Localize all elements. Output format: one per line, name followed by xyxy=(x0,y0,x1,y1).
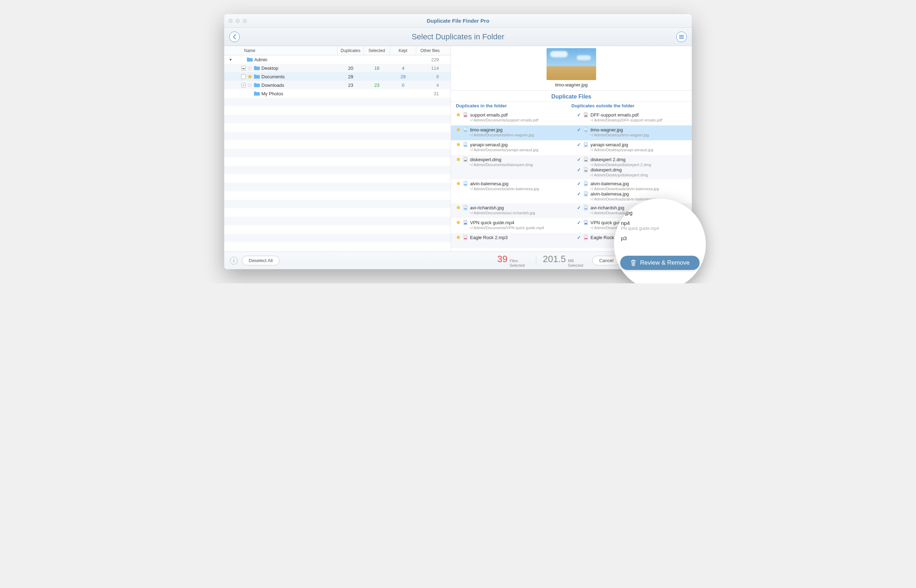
star-icon[interactable] xyxy=(456,112,461,117)
check-icon: ✓ xyxy=(576,205,581,210)
folder-name: Desktop xyxy=(262,66,278,71)
star-icon[interactable] xyxy=(456,220,461,225)
file-name: alvin-balemesa.jpg xyxy=(470,181,508,186)
window-controls xyxy=(228,19,247,23)
file-icon xyxy=(463,127,468,132)
file-icon xyxy=(463,220,468,225)
col-kept[interactable]: Kept xyxy=(390,46,416,55)
folder-row[interactable]: Desktop20164114 xyxy=(224,64,451,72)
trash-icon xyxy=(630,259,637,267)
row-checkbox[interactable] xyxy=(241,83,246,87)
svg-rect-17 xyxy=(585,238,587,239)
file-icon xyxy=(583,234,588,240)
duplicate-row[interactable]: timo-wagner.jpg~/ Admin/Documents/timo-w… xyxy=(451,125,692,140)
magnifier-overlay: n.jpg np4PN quick guide.mp4 p3 Review & … xyxy=(614,199,706,283)
star-icon[interactable] xyxy=(247,66,252,71)
row-checkbox[interactable] xyxy=(241,74,246,79)
duplicate-column-headers: Duplicates in the folder Duplicates outs… xyxy=(451,102,692,110)
duplicate-row[interactable]: diskexpert.dmg~/ Admin/Documents/diskexp… xyxy=(451,155,692,179)
info-button[interactable]: i xyxy=(230,257,237,265)
file-icon xyxy=(583,181,588,186)
svg-rect-3 xyxy=(585,130,587,131)
file-path: ~/ Admin/Desktop/diskexpert.dmg xyxy=(576,173,688,177)
empty-row xyxy=(224,174,451,183)
file-name: Eagle Rock 2.mp3 xyxy=(470,235,507,240)
star-icon[interactable] xyxy=(456,181,461,186)
duplicate-row[interactable]: support emails.pdf~/ Admin/Documents/sup… xyxy=(451,110,692,125)
empty-row xyxy=(224,123,451,132)
check-icon: ✓ xyxy=(576,157,581,162)
file-path: ~/ Admin/Desktop/diskexpert 2.dmg xyxy=(576,163,688,167)
folder-name: Documents xyxy=(262,74,285,79)
folder-row[interactable]: ▼Admin229 xyxy=(224,55,451,64)
file-icon xyxy=(463,234,468,240)
duplicate-row[interactable]: yanapi-senaud.jpg~/ Admin/Documents/yana… xyxy=(451,140,692,155)
file-icon xyxy=(583,167,588,173)
minimize-window-icon[interactable] xyxy=(236,19,240,23)
col-outside-folder: Duplicates outside the folder xyxy=(571,103,687,108)
svg-rect-1 xyxy=(585,115,587,116)
page-title: Select Duplicates in Folder xyxy=(224,32,692,42)
empty-row xyxy=(224,225,451,234)
star-icon[interactable] xyxy=(456,127,461,132)
star-icon[interactable] xyxy=(456,235,461,240)
file-path: ~/ Admin/Documents/support emails.pdf xyxy=(456,118,568,122)
empty-row xyxy=(224,208,451,217)
review-remove-button-zoomed[interactable]: Review & Remove xyxy=(620,256,700,270)
file-name: yanapi-senaud.jpg xyxy=(470,142,507,147)
file-icon xyxy=(583,112,588,118)
file-icon xyxy=(463,181,468,186)
file-path: ~/ Admin/Documents/avi-richardsh.jpg xyxy=(456,211,568,215)
zoom-window-icon[interactable] xyxy=(242,19,247,23)
preview-filename: timo-wagner.jpg xyxy=(451,82,692,87)
file-icon xyxy=(583,157,588,162)
back-button[interactable] xyxy=(229,32,240,42)
table-header: Name Duplicates Selected Kept Other file… xyxy=(224,46,451,55)
check-icon: ✓ xyxy=(576,191,581,197)
deselect-all-button[interactable]: Deselect All xyxy=(242,256,279,265)
folder-row[interactable]: My Photos31 xyxy=(224,89,451,98)
folder-row[interactable]: Downloads232304 xyxy=(224,81,451,89)
file-icon xyxy=(463,112,468,118)
file-icon xyxy=(463,157,468,162)
star-icon[interactable] xyxy=(456,142,461,147)
file-name: avi-richardsh.jpg xyxy=(590,205,624,210)
chevron-left-icon xyxy=(233,34,236,39)
star-icon[interactable] xyxy=(456,157,461,162)
preview-area: timo-wagner.jpg xyxy=(451,46,692,90)
file-icon xyxy=(583,220,588,225)
file-name: yanapi-senaud.jpg xyxy=(590,142,628,147)
menu-button[interactable] xyxy=(676,32,687,42)
star-icon[interactable] xyxy=(247,74,252,79)
duplicate-files-heading: Duplicate Files xyxy=(451,90,692,102)
file-name: alvin-balemesa.jpg xyxy=(590,181,629,186)
check-icon: ✓ xyxy=(576,220,581,225)
folder-name: Downloads xyxy=(262,82,284,88)
svg-rect-6 xyxy=(464,160,467,161)
svg-rect-2 xyxy=(464,130,467,131)
folder-icon xyxy=(254,82,260,87)
row-checkbox[interactable] xyxy=(241,66,246,71)
folder-name: My Photos xyxy=(262,91,283,96)
file-icon xyxy=(583,142,588,147)
col-other[interactable]: Other files xyxy=(416,46,444,55)
star-icon[interactable] xyxy=(247,82,252,87)
file-path: ~/ Admin/Documents/timo-wagner.jpg xyxy=(456,133,568,137)
file-path: ~/ Admin/Desktop/DFF-support emails.pdf xyxy=(576,118,688,122)
star-icon[interactable] xyxy=(456,205,461,210)
close-window-icon[interactable] xyxy=(228,19,233,23)
svg-rect-4 xyxy=(464,145,467,146)
disclosure-triangle-icon[interactable]: ▼ xyxy=(228,58,233,61)
col-selected[interactable]: Selected xyxy=(364,46,390,55)
folder-icon xyxy=(254,74,260,79)
empty-row xyxy=(224,140,451,149)
col-duplicates[interactable]: Duplicates xyxy=(338,46,364,55)
empty-row xyxy=(224,183,451,191)
svg-rect-0 xyxy=(464,115,467,116)
file-name: timo-wagner.jpg xyxy=(590,127,623,132)
svg-rect-16 xyxy=(464,238,467,239)
svg-rect-11 xyxy=(585,194,587,195)
col-name[interactable]: Name xyxy=(224,46,338,55)
file-icon xyxy=(583,205,588,210)
folder-row[interactable]: Documents29298 xyxy=(224,72,451,81)
